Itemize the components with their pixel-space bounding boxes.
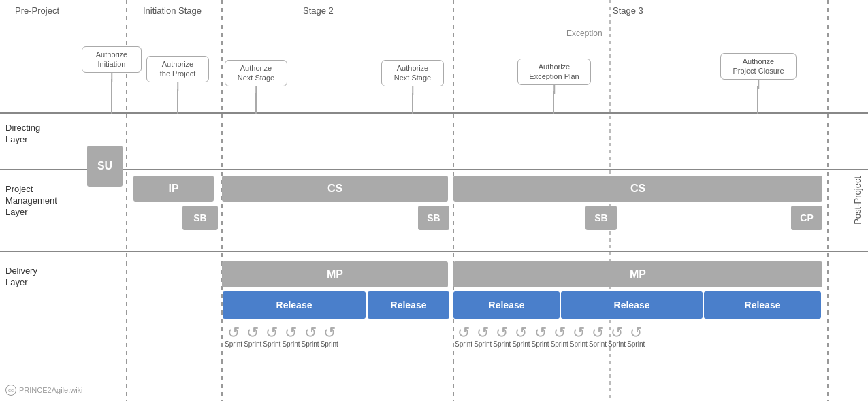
sprint-8: ↺ Sprint <box>474 325 492 348</box>
sprint-arrow-icon: ↺ <box>573 325 585 340</box>
hline-top-directing <box>0 112 868 114</box>
block-sb2: SB <box>418 206 449 230</box>
block-su: SU <box>87 146 123 187</box>
watermark-text: PRINCE2Agile.wiki <box>19 386 83 394</box>
hline-directing-pm <box>0 169 868 170</box>
sprint-10: ↺ Sprint <box>512 325 530 348</box>
callout-authorize-exception: Authorize Exception Plan <box>517 59 591 85</box>
cc-icon: cc <box>5 385 16 396</box>
block-mp1: MP <box>222 261 448 287</box>
block-sb1: SB <box>182 206 218 230</box>
block-cs2: CS <box>453 176 822 202</box>
block-release-2: Release <box>368 291 449 319</box>
block-cs1: CS <box>222 176 448 202</box>
arrow-authorize-next-2 <box>412 93 413 114</box>
arrow-authorize-initiation <box>111 79 112 114</box>
block-release-4: Release <box>561 291 703 319</box>
block-release-3: Release <box>453 291 560 319</box>
sprint-11: ↺ Sprint <box>532 325 549 348</box>
sprint-3: ↺ Sprint <box>263 325 280 348</box>
hline-pm-delivery <box>0 251 868 252</box>
sprint-arrow-icon: ↺ <box>457 325 470 340</box>
sprint-arrow-icon: ↺ <box>553 325 566 340</box>
callout-authorize-closure: Authorize Project Closure <box>720 53 797 80</box>
sprint-arrow-icon: ↺ <box>534 325 547 340</box>
block-release-5: Release <box>704 291 821 319</box>
sprint-13: ↺ Sprint <box>570 325 588 348</box>
sprint-arrow-icon: ↺ <box>477 325 489 340</box>
callout-authorize-project: Authorize the Project <box>146 56 209 82</box>
block-ip: IP <box>133 176 214 202</box>
sprint-4: ↺ Sprint <box>282 325 300 348</box>
sprint-arrow-icon: ↺ <box>515 325 527 340</box>
sprint-16: ↺ Sprint <box>627 325 645 348</box>
sprint-arrow-icon: ↺ <box>611 325 623 340</box>
stage-2: Stage 2 <box>303 5 334 16</box>
stage-initiation: Initiation Stage <box>143 5 202 16</box>
callout-authorize-initiation: Authorize Initiation <box>82 46 142 73</box>
sprint-arrow-icon: ↺ <box>592 325 604 340</box>
stage-pre-project: Pre-Project <box>15 5 59 16</box>
sprint-arrow-icon: ↺ <box>227 325 240 340</box>
block-mp2: MP <box>453 261 822 287</box>
exception-label: Exception <box>566 29 602 38</box>
sprint-5: ↺ Sprint <box>302 325 319 348</box>
divider-post-project <box>827 0 829 401</box>
sprint-1: ↺ Sprint <box>225 325 242 348</box>
delivery-layer-label: DeliveryLayer <box>5 266 37 289</box>
sprint-row-2: ↺ Sprint ↺ Sprint ↺ Sprint ↺ Sprint ↺ Sp… <box>455 325 645 348</box>
sprint-arrow-icon: ↺ <box>323 325 336 340</box>
watermark: cc PRINCE2Agile.wiki <box>5 385 83 396</box>
pm-layer-label: ProjectManagementLayer <box>5 184 57 219</box>
sprint-12: ↺ Sprint <box>551 325 568 348</box>
sprint-row-1: ↺ Sprint ↺ Sprint ↺ Sprint ↺ Sprint ↺ Sp… <box>225 325 338 348</box>
sprint-2: ↺ Sprint <box>244 325 261 348</box>
block-sb3: SB <box>585 206 617 230</box>
callout-authorize-next-stage-2: Authorize Next Stage <box>381 60 444 86</box>
sprint-9: ↺ Sprint <box>493 325 511 348</box>
arrow-authorize-exception <box>553 91 554 114</box>
callout-authorize-next-stage-1: Authorize Next Stage <box>225 60 287 86</box>
block-release-1: Release <box>223 291 366 319</box>
sprint-arrow-icon: ↺ <box>630 325 642 340</box>
sprint-15: ↺ Sprint <box>608 325 626 348</box>
arrow-authorize-project <box>177 89 178 114</box>
sprint-14: ↺ Sprint <box>589 325 607 348</box>
arrow-authorize-next-1 <box>255 93 257 114</box>
sprint-6: ↺ Sprint <box>321 325 338 348</box>
directing-layer-label: DirectingLayer <box>5 123 40 146</box>
diagram-wrapper: Pre-Project Initiation Stage Stage 2 Sta… <box>0 0 868 401</box>
arrow-authorize-closure <box>757 86 758 114</box>
sprint-arrow-icon: ↺ <box>304 325 317 340</box>
sprint-7: ↺ Sprint <box>455 325 472 348</box>
sprint-arrow-icon: ↺ <box>285 325 297 340</box>
sprint-arrow-icon: ↺ <box>496 325 508 340</box>
stage-3: Stage 3 <box>613 5 643 16</box>
sprint-arrow-icon: ↺ <box>266 325 278 340</box>
sprint-arrow-icon: ↺ <box>246 325 259 340</box>
post-project-label: Post-Project <box>852 0 863 401</box>
block-cp: CP <box>791 206 822 230</box>
